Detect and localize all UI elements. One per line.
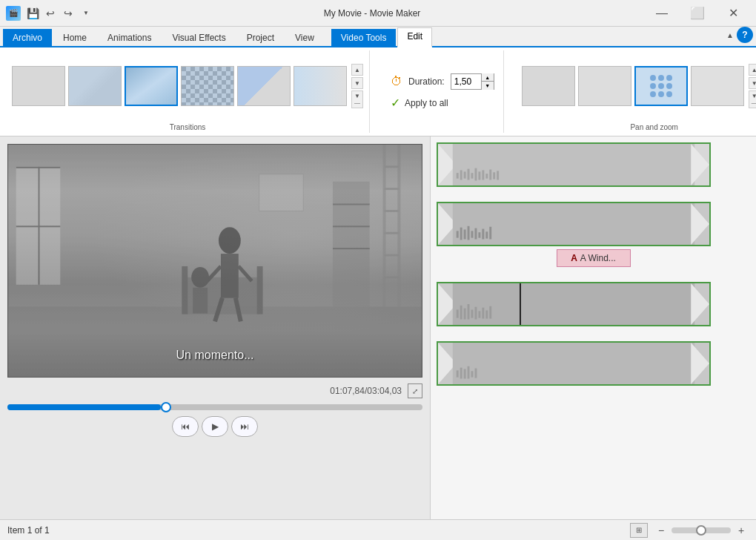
panzoom-scroll-down[interactable]: ▼ xyxy=(749,77,756,89)
panzoom-scroll: ▲ ▼ ▼— xyxy=(749,64,756,108)
duration-increment[interactable]: ▲ xyxy=(482,73,494,82)
transition-slide[interactable] xyxy=(294,66,347,106)
svg-rect-39 xyxy=(478,171,480,180)
transition-fade[interactable] xyxy=(68,66,122,106)
clip-visual-2 xyxy=(438,203,709,245)
svg-rect-68 xyxy=(482,308,484,319)
svg-point-9 xyxy=(219,227,241,254)
transitions-content: ▲ ▼ ▼— xyxy=(12,50,363,122)
svg-rect-16 xyxy=(193,288,208,314)
clip-svg-4 xyxy=(438,343,709,384)
clip-strip-3[interactable] xyxy=(437,282,711,326)
svg-rect-75 xyxy=(460,368,462,379)
collapse-ribbon-button[interactable]: ▲ xyxy=(726,31,734,39)
panzoom-blank2[interactable] xyxy=(578,66,631,106)
window-title: My Movie - Movie Maker xyxy=(99,8,645,19)
redo-button[interactable]: ↪ xyxy=(61,6,76,21)
svg-rect-49 xyxy=(460,228,462,240)
svg-rect-69 xyxy=(485,310,488,318)
svg-marker-45 xyxy=(691,144,709,185)
zoom-in-button[interactable]: + xyxy=(734,523,749,538)
panzoom-blank3[interactable] xyxy=(691,66,744,106)
minimize-button[interactable]: — xyxy=(645,2,679,24)
panzoom-expand[interactable]: ▼— xyxy=(749,90,756,108)
svg-rect-41 xyxy=(485,174,488,179)
apply-to-all-label: Apply to all xyxy=(405,98,448,108)
svg-rect-38 xyxy=(474,168,477,181)
forward-button[interactable]: ⏭ xyxy=(231,416,258,437)
tab-edit[interactable]: Edit xyxy=(397,27,432,47)
duration-label: Duration: xyxy=(408,76,445,87)
panzoom-content: ▲ ▼ ▼— ✓ xyxy=(522,50,756,122)
svg-rect-19 xyxy=(333,225,370,227)
svg-rect-67 xyxy=(478,311,480,317)
clip-visual-3 xyxy=(438,283,709,325)
text-caption[interactable]: A A Wind... xyxy=(557,249,631,267)
maximize-button[interactable]: ⬜ xyxy=(680,2,714,24)
apply-icon: ✓ xyxy=(391,96,400,110)
title-bar: 🎬 💾 ↩ ↪ ▼ My Movie - Movie Maker — ⬜ ✕ xyxy=(0,0,756,27)
duration-decrement[interactable]: ▼ xyxy=(482,82,494,90)
svg-rect-5 xyxy=(39,167,40,285)
panzoom-scroll-up[interactable]: ▲ xyxy=(749,64,756,76)
scroll-down-button[interactable]: ▼ xyxy=(351,77,363,89)
clip-svg-3 xyxy=(438,283,709,325)
transitions-section: ▲ ▼ ▼— Transitions xyxy=(6,50,370,133)
playhead-line xyxy=(520,283,521,325)
tab-project[interactable]: Project xyxy=(237,29,284,47)
close-button[interactable]: ✕ xyxy=(716,2,750,24)
seek-progress xyxy=(7,404,161,410)
panzoom-blank1[interactable] xyxy=(522,66,575,106)
status-right: ⊞ − + xyxy=(630,523,749,538)
svg-rect-56 xyxy=(485,231,488,238)
duration-row: ⏱ Duration: 1,50 ▲ ▼ xyxy=(391,73,494,90)
transition-checkerboard[interactable] xyxy=(181,66,234,106)
transition-blank[interactable] xyxy=(12,66,65,106)
svg-rect-10 xyxy=(221,254,239,298)
view-storyboard-button[interactable]: ⊞ xyxy=(630,523,648,538)
tab-archivo[interactable]: Archivo xyxy=(3,29,52,47)
tab-visual-effects[interactable]: Visual Effects xyxy=(162,29,235,47)
zoom-out-button[interactable]: − xyxy=(654,523,669,538)
clip-inner-4 xyxy=(438,343,709,384)
transition-diagonal[interactable] xyxy=(237,66,291,106)
clip-strip-1[interactable] xyxy=(437,142,711,187)
clip-gap-1 xyxy=(437,193,750,196)
zoom-slider[interactable] xyxy=(672,527,731,533)
tab-home[interactable]: Home xyxy=(53,29,96,47)
panzoom-thumbs xyxy=(522,66,744,106)
tab-animations[interactable]: Animations xyxy=(98,29,161,47)
panzoom-dots xyxy=(650,75,672,97)
transition-list xyxy=(12,66,347,106)
svg-rect-76 xyxy=(464,369,466,378)
transition-selected[interactable] xyxy=(125,66,178,106)
undo-button[interactable]: ↩ xyxy=(43,6,58,21)
scroll-up-button[interactable]: ▲ xyxy=(351,64,363,76)
help-button[interactable]: ? xyxy=(737,27,753,43)
seek-bar[interactable] xyxy=(7,404,422,410)
clip-strip-2[interactable] xyxy=(437,202,711,246)
expand-transitions-button[interactable]: ▼— xyxy=(351,90,363,108)
zoom-thumb[interactable] xyxy=(696,525,706,536)
dropdown-button[interactable]: ▼ xyxy=(79,6,93,21)
duration-input[interactable]: 1,50 ▲ ▼ xyxy=(451,73,494,90)
save-button[interactable]: 💾 xyxy=(25,6,40,21)
panzoom-active[interactable] xyxy=(634,66,688,106)
timeline-scroll[interactable]: A A Wind... xyxy=(431,136,756,519)
svg-rect-21 xyxy=(259,174,304,211)
svg-point-15 xyxy=(191,267,209,288)
svg-marker-58 xyxy=(691,203,709,245)
ribbon: ▲ ▼ ▼— Transitions ⏱ Duration: 1,50 ▲ ▼ … xyxy=(0,47,756,136)
timeline-panel: A A Wind... xyxy=(430,136,756,519)
seek-thumb[interactable] xyxy=(161,402,171,412)
play-button[interactable]: ▶ xyxy=(202,416,228,437)
timestamp-row: 01:07,84/03:04,03 ⤢ xyxy=(7,383,422,398)
clip-visual-1 xyxy=(438,144,709,185)
tab-view[interactable]: View xyxy=(285,29,324,47)
clip-strip-4[interactable] xyxy=(437,341,711,386)
rewind-button[interactable]: ⏮ xyxy=(172,416,199,437)
zoom-controls: − + xyxy=(654,523,749,538)
apply-to-all-row[interactable]: ✓ Apply to all xyxy=(391,96,494,110)
fullscreen-button[interactable]: ⤢ xyxy=(408,383,422,398)
player-controls: ⏮ ▶ ⏭ xyxy=(7,416,422,437)
